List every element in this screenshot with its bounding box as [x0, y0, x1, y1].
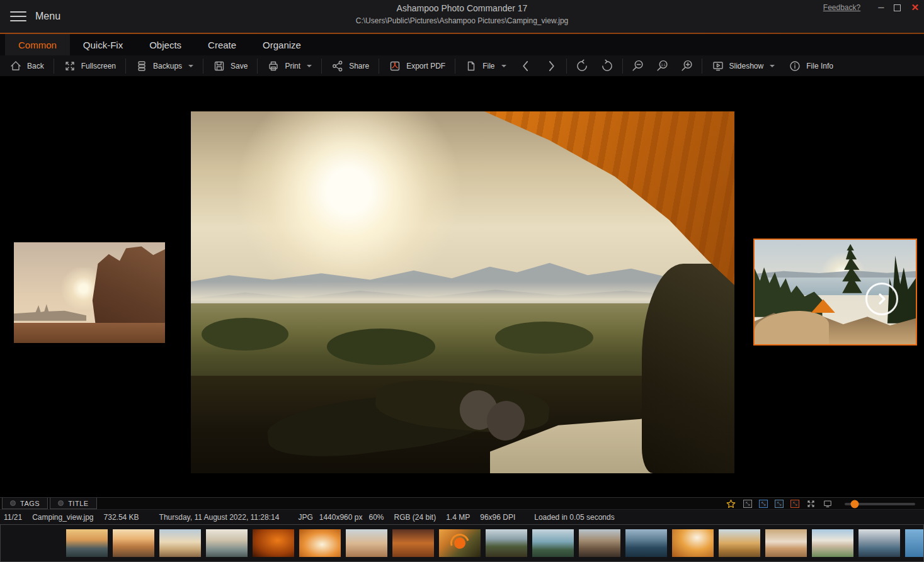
thumbnail-size-slider[interactable] — [845, 503, 915, 505]
filmstrip-thumb[interactable] — [672, 529, 714, 557]
next-arrow-icon[interactable] — [865, 283, 898, 315]
title-bar: Menu Ashampoo Photo Commander 17 C:\User… — [0, 0, 924, 33]
previous-image-preview[interactable] — [14, 242, 165, 343]
file-button[interactable]: File — [458, 55, 513, 76]
feedback-link[interactable]: Feedback? — [823, 3, 860, 12]
photo-bush — [327, 329, 436, 365]
filmstrip-thumb[interactable] — [905, 529, 924, 557]
filmstrip-thumb[interactable] — [253, 529, 294, 557]
filmstrip-thumb[interactable] — [765, 529, 807, 557]
slider-knob[interactable] — [850, 500, 858, 508]
fullscreen-view-icon[interactable] — [806, 499, 816, 509]
slideshow-button[interactable]: Slideshow — [705, 55, 782, 76]
menu-button[interactable]: Menu — [0, 0, 71, 33]
current-image-indicator-icon — [439, 529, 481, 557]
home-icon — [9, 60, 22, 72]
fullscreen-button[interactable]: Fullscreen — [57, 55, 123, 76]
tags-label: TAGS — [20, 500, 40, 507]
pdf-icon — [389, 60, 401, 72]
zoom-in-button[interactable] — [675, 55, 699, 76]
export-pdf-button[interactable]: Export PDF — [382, 55, 452, 76]
print-button[interactable]: Print — [260, 55, 319, 76]
share-button[interactable]: Share — [324, 55, 376, 76]
file-info-button[interactable]: File Info — [782, 55, 840, 76]
filmstrip — [0, 524, 924, 562]
status-file-size: 732.54 KB — [104, 513, 139, 522]
filmstrip-thumb[interactable] — [346, 529, 387, 557]
tab-create[interactable]: Create — [195, 34, 249, 55]
stretch-mode-icon[interactable]: ⤡ — [790, 500, 799, 508]
save-button[interactable]: Save — [206, 55, 254, 76]
chevron-down-icon — [501, 65, 506, 67]
filmstrip-thumb-current[interactable] — [439, 529, 481, 557]
rating-star-icon[interactable] — [726, 499, 736, 509]
status-format: JPG — [298, 513, 312, 522]
tags-toggle[interactable]: TAGS — [2, 498, 48, 509]
view-controls: ⤡ ⤡ ⤡ ⤡ — [726, 498, 915, 510]
status-date: Thursday, 11 August 2022, 11:28:14 — [159, 513, 280, 522]
toolbar-separator — [455, 59, 455, 74]
zoom-original-mode-icon[interactable]: ⤡ — [743, 500, 752, 508]
chevron-down-icon — [770, 65, 775, 67]
tab-common[interactable]: Common — [5, 34, 70, 55]
title-toggle[interactable]: TITLE — [50, 498, 96, 509]
fullscreen-label: Fullscreen — [81, 62, 116, 70]
filmstrip-thumb[interactable] — [206, 529, 248, 557]
save-label: Save — [231, 62, 248, 70]
rotate-left-icon — [575, 59, 589, 73]
title-label: TITLE — [68, 500, 88, 507]
filmstrip-thumb[interactable] — [392, 529, 434, 557]
backups-button[interactable]: Backups — [128, 55, 200, 76]
filmstrip-thumb[interactable] — [532, 529, 574, 557]
rotate-right-button[interactable] — [595, 55, 620, 76]
print-icon — [267, 60, 280, 72]
menu-label: Menu — [35, 11, 60, 22]
file-path: C:\Users\Public\Pictures\Ashampoo Pictur… — [0, 16, 924, 26]
next-image-preview[interactable] — [753, 239, 917, 346]
next-image-button[interactable] — [539, 55, 564, 76]
back-label: Back — [27, 62, 44, 70]
share-label: Share — [349, 62, 369, 70]
back-button[interactable]: Back — [3, 55, 51, 76]
filmstrip-thumb[interactable] — [625, 529, 667, 557]
zoom-original-button[interactable]: 1:1 — [650, 55, 675, 76]
filmstrip-thumb[interactable] — [486, 529, 527, 557]
tab-quick-fix[interactable]: Quick-Fix — [70, 34, 136, 55]
toolbar-separator — [321, 59, 322, 74]
photo-bush — [495, 322, 593, 354]
fit-to-width-mode-icon[interactable]: ⤡ — [775, 500, 784, 508]
chevron-right-icon — [544, 59, 558, 73]
filmstrip-thumb[interactable] — [159, 529, 201, 557]
previous-image-button[interactable] — [513, 55, 539, 76]
photo-backpack — [642, 264, 734, 474]
tab-organize[interactable]: Organize — [249, 34, 314, 55]
filmstrip-thumb[interactable] — [66, 529, 108, 557]
export-pdf-label: Export PDF — [406, 62, 445, 70]
filmstrip-thumb[interactable] — [299, 529, 341, 557]
filmstrip-thumb[interactable] — [812, 529, 853, 557]
title-block: Ashampoo Photo Commander 17 C:\Users\Pub… — [0, 3, 924, 26]
preview-ground — [14, 323, 165, 343]
filmstrip-thumb[interactable] — [858, 529, 900, 557]
toggle-indicator-icon — [10, 500, 16, 506]
ribbon-tabs: Common Quick-Fix Objects Create Organize — [0, 34, 924, 55]
status-load-time: Loaded in 0.05 seconds — [534, 513, 614, 522]
filmstrip-thumb[interactable] — [113, 529, 154, 557]
svg-text:1:1: 1:1 — [661, 63, 665, 67]
minimize-button[interactable]: ─ — [878, 3, 884, 13]
main-image-camping-view[interactable] — [191, 111, 734, 473]
chevron-down-icon — [307, 65, 312, 67]
chevron-down-icon — [188, 65, 193, 67]
status-position: 11/21 — [4, 513, 22, 522]
maximize-button[interactable] — [894, 4, 901, 11]
tab-objects[interactable]: Objects — [136, 34, 195, 55]
zoom-out-button[interactable] — [625, 55, 650, 76]
status-bar: 11/21 Camping_view.jpg 732.54 KB Thursda… — [0, 509, 924, 524]
screen-icon[interactable] — [823, 499, 833, 509]
status-filename: Camping_view.jpg — [32, 513, 93, 522]
fit-to-window-mode-icon[interactable]: ⤡ — [759, 500, 768, 508]
close-button[interactable]: ✕ — [911, 3, 919, 13]
filmstrip-thumb[interactable] — [579, 529, 620, 557]
rotate-left-button[interactable] — [569, 55, 595, 76]
filmstrip-thumb[interactable] — [719, 529, 760, 557]
